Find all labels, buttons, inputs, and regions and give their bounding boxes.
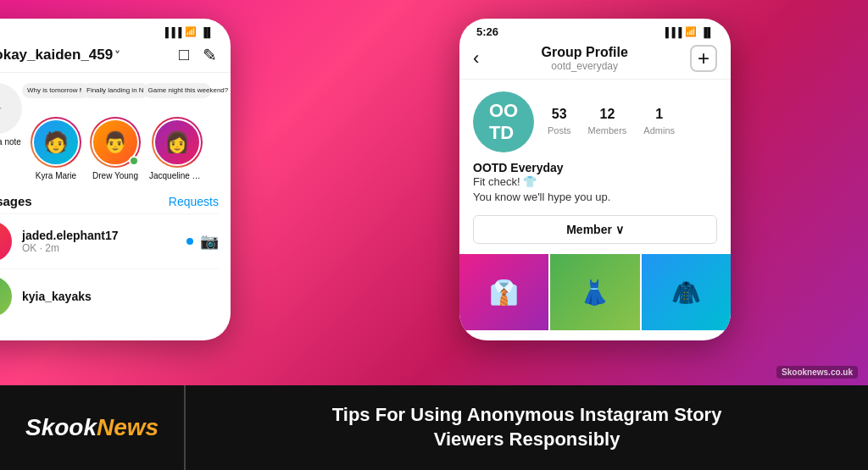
- bottom-bar: Skook News Tips For Using Anonymous Inst…: [0, 385, 868, 470]
- title-line2: Viewers Responsibly: [434, 429, 620, 450]
- jaded-avatar-img: 👤: [0, 221, 12, 262]
- group-avatar: OOTD: [473, 91, 534, 152]
- back-icon-right[interactable]: ‹: [473, 47, 479, 69]
- video-icon[interactable]: □: [179, 45, 189, 65]
- msg-actions-jaded: 📷: [186, 232, 219, 251]
- kyra-avatar-img: 🧑: [34, 120, 78, 164]
- story-name-drew: Drew Young: [92, 171, 138, 180]
- add-story-avatar: +: [0, 83, 22, 134]
- group-bio-line1: Fit check! 👕: [473, 175, 537, 188]
- photo3-content: 🧥: [642, 254, 731, 330]
- battery-icon: ▐▌: [200, 27, 214, 37]
- jacqueline-avatar-img: 👩: [155, 120, 199, 164]
- message-item-kyia[interactable]: 👤 kyia_kayaks: [0, 268, 219, 323]
- stat-num-posts: 53: [548, 107, 571, 122]
- kyia-avatar-img: 👤: [0, 276, 12, 317]
- story-ring-drew: 👨: [90, 117, 141, 168]
- story-name-kyra: Kyra Marie: [36, 171, 76, 180]
- story-ring-jacqueline: 👩: [152, 117, 203, 168]
- group-title: Group Profile: [542, 45, 628, 60]
- title-line1: Tips For Using Anonymous Instagram Story: [332, 404, 722, 425]
- group-subtitle: ootd_everyday: [542, 60, 628, 72]
- story-drew[interactable]: Finally landing in NYC! ❤️ 👨 Drew Young: [90, 117, 141, 180]
- story-jacqueline[interactable]: Game night this weekend? 🦊 👩 Jacqueline …: [149, 117, 204, 180]
- group-name-text: OOTD Everyday: [473, 161, 717, 174]
- photo-thumb-1[interactable]: 👔: [459, 254, 548, 330]
- dropdown-icon: ˅: [114, 49, 120, 62]
- logo-skook: Skook: [25, 414, 97, 441]
- photo-thumb-3[interactable]: 🧥: [642, 254, 731, 330]
- group-nav-center: Group Profile ootd_everyday: [542, 45, 628, 72]
- msg-preview-jaded: OK · 2m: [22, 242, 176, 254]
- stat-admins: 1 Admins: [643, 107, 675, 137]
- wifi-icon-right: 📶: [685, 26, 697, 37]
- status-icons-left: ▐▐▐ 📶 ▐▌: [162, 26, 214, 37]
- story-bubble-jacqueline: Game night this weekend? 🦊: [143, 83, 211, 98]
- stat-num-members: 12: [588, 107, 627, 122]
- message-item-jaded[interactable]: 👤 jaded.elephant17 OK · 2m 📷: [0, 213, 219, 268]
- status-bar-left: 5:26 ▐▐▐ 📶 ▐▌: [0, 19, 231, 41]
- story-bubble-kyra: Why is tomorrow Monday!? 🤩: [22, 83, 90, 98]
- story-name-jacqueline: Jacqueline Lam: [149, 171, 204, 180]
- add-group-button[interactable]: +: [690, 45, 717, 72]
- msg-username-kyia: kyia_kayaks: [22, 290, 219, 303]
- left-nav: ‹ < okay_kaiden_459 ˅ □ ✎: [0, 41, 231, 73]
- story-kyra[interactable]: Why is tomorrow Monday!? 🤩 🧑 Kyra Marie: [31, 117, 81, 180]
- story-bubble-drew: Finally landing in NYC! ❤️: [81, 83, 149, 98]
- stat-num-admins: 1: [643, 107, 675, 122]
- status-time-right: 5:26: [476, 25, 498, 38]
- online-indicator-drew: [129, 156, 139, 166]
- battery-icon-right: ▐▌: [700, 27, 714, 37]
- stat-label-members: Members: [588, 125, 627, 135]
- stat-posts: 53 Posts: [548, 107, 571, 137]
- camera-icon[interactable]: 📷: [200, 232, 219, 251]
- phone-right: 5:26 ▐▐▐ 📶 ▐▌ ‹ Group Profile ootd_every…: [459, 19, 731, 340]
- logo-news: News: [97, 414, 159, 441]
- member-btn-label: Member ∨: [566, 223, 624, 236]
- logo: Skook News: [0, 385, 186, 470]
- photo-thumb-2[interactable]: 👗: [550, 254, 639, 330]
- stat-members: 12 Members: [588, 107, 627, 137]
- story-ring-kyra: 🧑: [31, 117, 81, 168]
- phone-left: 5:26 ▐▐▐ 📶 ▐▌ ‹ < okay_kaiden_459 ˅ □ ✎: [0, 19, 231, 340]
- msg-avatar-jaded: 👤: [0, 221, 12, 262]
- group-info: OOTD 53 Posts 12 Members 1 Admins: [459, 80, 731, 161]
- photo1-content: 👔: [459, 254, 548, 330]
- msg-info-kyia: kyia_kayaks: [22, 290, 219, 303]
- messages-header: Messages Requests: [0, 187, 219, 213]
- msg-avatar-kyia: 👤: [0, 276, 12, 317]
- messages-section: Messages Requests 👤 jaded.elephant17 OK …: [0, 187, 231, 323]
- group-bio: Fit check! 👕 You know we'll hype you up.: [473, 174, 717, 205]
- article-title: Tips For Using Anonymous Instagram Story…: [186, 403, 868, 451]
- back-button[interactable]: ‹ < okay_kaiden_459 ˅: [0, 46, 120, 65]
- unread-dot: [186, 238, 193, 245]
- status-bar-right: 5:26 ▐▐▐ 📶 ▐▌: [459, 19, 731, 41]
- stat-label-posts: Posts: [548, 125, 571, 135]
- story-avatar-kyra: 🧑: [32, 119, 80, 166]
- compose-icon[interactable]: ✎: [203, 45, 217, 65]
- group-photos: 👔 👗 🧥: [459, 254, 731, 330]
- stat-label-admins: Admins: [643, 125, 675, 135]
- add-icon: +: [0, 97, 2, 119]
- msg-info-jaded: jaded.elephant17 OK · 2m: [22, 229, 176, 254]
- wifi-icon: 📶: [185, 26, 197, 37]
- right-nav: ‹ Group Profile ootd_everyday +: [459, 41, 731, 80]
- watermark: Skooknews.co.uk: [776, 366, 858, 379]
- group-bio-line2: You know we'll hype you up.: [473, 191, 610, 203]
- photo2-content: 👗: [550, 254, 639, 330]
- member-button[interactable]: Member ∨: [473, 215, 717, 244]
- group-stats: 53 Posts 12 Members 1 Admins: [548, 107, 717, 137]
- signal-icon: ▐▐▐: [162, 27, 181, 37]
- requests-link[interactable]: Requests: [169, 195, 219, 208]
- signal-icon-right: ▐▐▐: [662, 27, 682, 37]
- add-story-item[interactable]: + Leave a note: [0, 83, 22, 180]
- nav-action-icons: □ ✎: [179, 45, 217, 65]
- stories-row: + Leave a note Why is tomorrow Monday!? …: [0, 73, 231, 187]
- group-description: OOTD Everyday Fit check! 👕 You know we'l…: [459, 161, 731, 215]
- msg-username-jaded: jaded.elephant17: [22, 229, 176, 242]
- story-avatar-jacqueline: 👩: [153, 119, 201, 166]
- status-icons-right: ▐▐▐ 📶 ▐▌: [662, 26, 714, 37]
- group-avatar-text: OOTD: [489, 100, 518, 144]
- chat-username: < okay_kaiden_459: [0, 47, 113, 64]
- add-story-label: Leave a note: [0, 137, 21, 147]
